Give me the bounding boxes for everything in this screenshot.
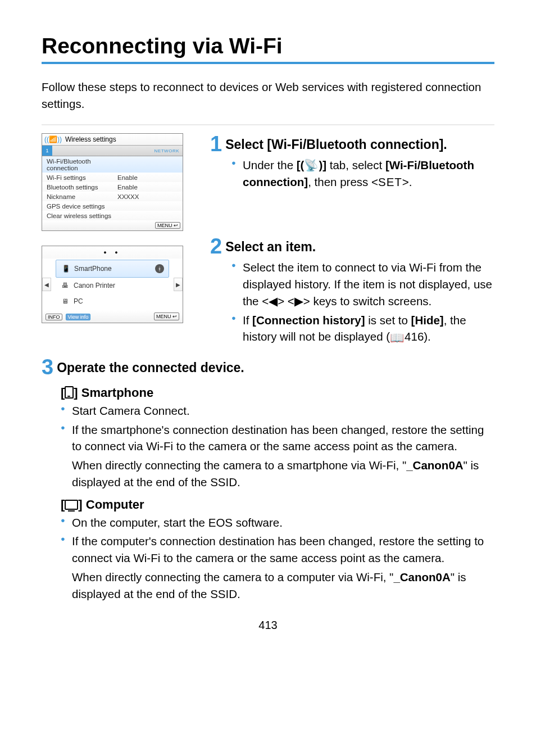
row-value: Enable <box>117 184 138 191</box>
step3-title: Operate the connected device. <box>57 360 244 375</box>
page-number: 413 <box>42 619 494 632</box>
step1-screenshot-col: ((📶)) Wireless settings 1 NETWORK Wi-Fi/… <box>42 133 201 231</box>
row-label: GPS device settings <box>47 203 117 210</box>
sp-bullet-1: Start Camera Connect. <box>61 402 494 419</box>
title-underline <box>42 62 494 64</box>
step2-bullet-1: Select the item to connect to via Wi-Fi … <box>231 259 494 309</box>
step-number-1: 1 <box>210 133 222 155</box>
intro-text: Follow these steps to reconnect to devic… <box>42 79 494 112</box>
divider <box>42 124 494 125</box>
step2-screenshot-col: ● ● ◀ 📱 SmartPhone ᚼ 🖶 Canon Printer <box>42 236 201 323</box>
view-info-chip: View info <box>66 314 90 320</box>
history-item-pc: 🖥 PC <box>56 293 169 309</box>
step-1-row: ((📶)) Wireless settings 1 NETWORK Wi-Fi/… <box>42 133 494 231</box>
shot1-row-bt-settings: Bluetooth settings Enable <box>42 182 183 192</box>
step2-bullet-2: If [Connection history] is set to [Hide]… <box>231 312 494 346</box>
pc-icon: 🖥 <box>60 297 70 305</box>
smartphone-icon: 📱 <box>61 265 71 273</box>
history-list: 📱 SmartPhone ᚼ 🖶 Canon Printer 🖥 PC <box>51 259 174 310</box>
shot1-row-gps: GPS device settings <box>42 201 183 211</box>
smartphone-bracket-icon <box>65 386 74 399</box>
wifi-icon: ((📶)) <box>44 135 62 143</box>
network-label: NETWORK <box>155 148 179 153</box>
manual-page: Reconnecting via Wi-Fi Follow these step… <box>0 0 536 654</box>
wifi-antenna-icon: (📡) <box>301 159 323 171</box>
screenshot-history: ● ● ◀ 📱 SmartPhone ᚼ 🖶 Canon Printer <box>42 246 183 323</box>
step-number-3: 3 <box>42 356 53 378</box>
step1-bullet: Under the [(📡)] tab, select [Wi-Fi/Bluet… <box>231 157 494 190</box>
shot1-row-clear: Clear wireless settings <box>42 211 183 220</box>
history-label: SmartPhone <box>74 265 112 273</box>
info-chip: INFO <box>46 314 62 320</box>
step1-text: 1 Select [Wi-Fi/Bluetooth connection]. U… <box>210 133 494 192</box>
sp-bullet-2: If the smartphone's connection destinati… <box>61 422 494 455</box>
screenshot-wireless-settings: ((📶)) Wireless settings 1 NETWORK Wi-Fi/… <box>42 133 183 231</box>
page-title: Reconnecting via Wi-Fi <box>42 34 494 58</box>
step2-bullets: Select the item to connect to via Wi-Fi … <box>231 259 494 346</box>
row-label: Bluetooth settings <box>47 184 117 191</box>
step2-title: Select an item. <box>225 239 316 254</box>
step-3: 3 Operate the connected device. [] Smart… <box>42 356 494 602</box>
sp-note: When directly connecting the camera to a… <box>72 457 494 490</box>
row-label: Wi-Fi/Bluetooth connection <box>47 158 117 171</box>
shot2-body: ◀ 📱 SmartPhone ᚼ 🖶 Canon Printer 🖥 <box>42 259 183 310</box>
row-label: Wi-Fi settings <box>47 174 117 181</box>
left-arrow: ◀ <box>42 278 51 291</box>
menu-chip: MENU ↩ <box>155 222 180 229</box>
step1-title: Select [Wi-Fi/Bluetooth connection]. <box>225 137 447 152</box>
history-item-printer: 🖶 Canon Printer <box>56 278 169 293</box>
shot1-titlebar: ((📶)) Wireless settings <box>42 134 183 146</box>
computer-bracket-icon <box>65 500 78 510</box>
history-label: Canon Printer <box>74 282 115 289</box>
bluetooth-icon: ᚼ <box>155 264 164 273</box>
computer-heading: [] Computer <box>61 497 494 512</box>
shot2-bottombar: INFO View info MENU ↩ <box>42 310 183 323</box>
shot1-row-wifi-bt-conn: Wi-Fi/Bluetooth connection <box>42 156 183 173</box>
printer-icon: 🖶 <box>60 282 70 289</box>
shot1-tabbar: 1 NETWORK <box>42 146 183 156</box>
pc-bullet-2: If the computer's connection destination… <box>61 533 494 566</box>
shot1-title: Wireless settings <box>65 135 116 143</box>
shot1-bottombar: MENU ↩ <box>42 220 183 230</box>
history-label: PC <box>74 297 83 305</box>
step-2-row: ● ● ◀ 📱 SmartPhone ᚼ 🖶 Canon Printer <box>42 236 494 348</box>
shot2-pager-dots: ● ● <box>42 246 183 259</box>
shot1-row-nickname: Nickname XXXXX <box>42 192 183 201</box>
smartphone-heading: [] Smartphone <box>61 386 494 400</box>
row-label: Nickname <box>47 193 117 200</box>
row-value: XXXXX <box>117 193 139 200</box>
step1-bullets: Under the [(📡)] tab, select [Wi-Fi/Bluet… <box>231 157 494 190</box>
computer-bullets: On the computer, start the EOS software.… <box>61 514 494 567</box>
menu-chip: MENU ↩ <box>154 313 179 320</box>
step2-text: 2 Select an item. Select the item to con… <box>210 236 494 348</box>
row-value: Enable <box>117 174 138 181</box>
step-number-2: 2 <box>210 236 222 257</box>
right-arrow: ▶ <box>174 278 183 291</box>
shot1-tab1: 1 <box>42 146 52 156</box>
row-label: Clear wireless settings <box>47 212 117 219</box>
pc-bullet-1: On the computer, start the EOS software. <box>61 514 494 531</box>
history-item-smartphone: 📱 SmartPhone ᚼ <box>56 260 169 278</box>
pc-note: When directly connecting the camera to a… <box>72 569 494 602</box>
smartphone-bullets: Start Camera Connect. If the smartphone'… <box>61 402 494 455</box>
book-icon: 📖 <box>390 329 405 346</box>
shot1-row-wifi-settings: Wi-Fi settings Enable <box>42 173 183 182</box>
